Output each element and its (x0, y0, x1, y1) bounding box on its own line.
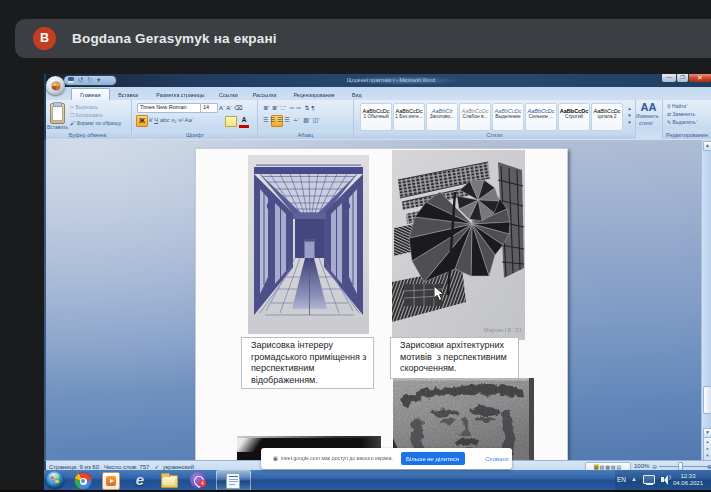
svg-text:Мартин І.Б. '21: Мартин І.Б. '21 (484, 327, 522, 333)
